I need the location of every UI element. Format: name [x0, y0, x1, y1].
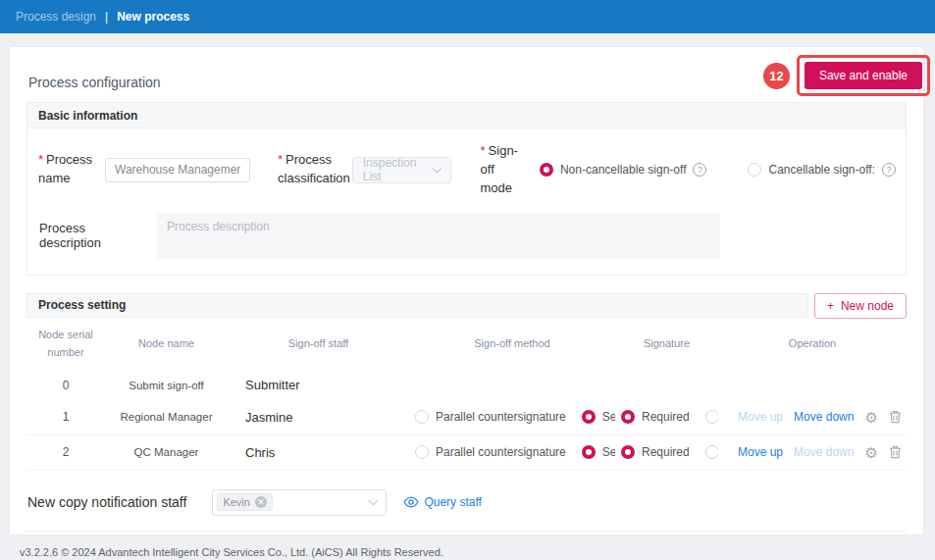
- move-down-link: Move down: [794, 445, 854, 459]
- top-nav-bar: Process design | New process: [0, 0, 935, 33]
- process-configuration-card: Process configuration 12 Save and enable…: [10, 47, 923, 535]
- process-classification-select[interactable]: Inspection List: [352, 157, 451, 183]
- col-header-signature: Signature: [615, 334, 718, 353]
- cell-node-name: Regional Manager: [105, 411, 228, 423]
- cell-staff: Jasmine: [228, 410, 409, 425]
- col-header-staff: Sign-off staff: [228, 334, 409, 353]
- radio-signature-required[interactable]: Required: [621, 410, 690, 424]
- cell-serial: 2: [26, 445, 105, 459]
- breadcrumb-parent[interactable]: Process design: [16, 10, 96, 24]
- copy-staff-select[interactable]: Kevin ✕: [212, 489, 387, 516]
- table-row: 1 Regional Manager Jasmine Parallel coun…: [26, 400, 907, 435]
- breadcrumb-current: New process: [117, 10, 189, 24]
- annotation-overlay: 12 Save and enable: [763, 55, 930, 96]
- sign-off-mode-label: *Sign-off mode: [481, 142, 518, 198]
- required-mark: *: [38, 152, 43, 167]
- query-staff-link[interactable]: Query staff: [403, 495, 481, 509]
- radio-signature-required[interactable]: Required: [621, 445, 690, 459]
- cell-operation: Move up Move down ⚙: [718, 410, 907, 425]
- radio-selected-icon: [621, 445, 635, 459]
- move-down-link[interactable]: Move down: [794, 410, 854, 424]
- staff-tag-name: Kevin: [223, 496, 250, 508]
- col-header-node-name: Node name: [105, 334, 228, 353]
- radio-label: Cancellable sign-off:: [768, 163, 875, 177]
- cell-serial: 1: [26, 410, 105, 424]
- radio-serial-countersignature[interactable]: Serial counte: [582, 445, 615, 459]
- footer-copyright: v3.2.2.6 © 2024 Advantech Intelligent Ci…: [20, 546, 443, 558]
- gear-icon[interactable]: ⚙: [864, 445, 877, 460]
- save-and-enable-button[interactable]: Save and enable: [805, 62, 922, 89]
- chevron-down-icon: [369, 495, 379, 505]
- radio-cancellable-sign-off[interactable]: Cancellable sign-off: ?: [748, 163, 896, 177]
- breadcrumb-separator: |: [105, 10, 108, 24]
- cell-sign-off-method: Parallel countersignature Serial counte: [409, 445, 615, 459]
- tag-close-icon[interactable]: ✕: [255, 496, 267, 508]
- cell-staff: Submitter: [228, 378, 409, 392]
- required-mark: *: [481, 143, 486, 158]
- radio-unselected-icon: [415, 445, 429, 459]
- table-header-row: Node serial number Node name Sign-off st…: [26, 319, 907, 371]
- radio-selected-icon: [582, 410, 596, 424]
- process-classification-value: Inspection List: [363, 156, 434, 183]
- cell-serial: 0: [26, 379, 105, 392]
- move-up-link[interactable]: Move up: [738, 445, 783, 459]
- process-description-textarea[interactable]: Process description: [157, 213, 720, 259]
- radio-selected-icon: [582, 445, 596, 459]
- trash-icon[interactable]: [889, 410, 902, 424]
- gear-icon[interactable]: ⚙: [864, 410, 877, 425]
- copy-staff-label: New copy notification staff: [27, 494, 186, 510]
- radio-unselected-icon: [748, 163, 761, 177]
- process-classification-label: *Process classification: [278, 151, 350, 188]
- cell-node-name: QC Manager: [105, 446, 228, 458]
- move-up-link: Move up: [738, 410, 783, 424]
- radio-non-cancellable-sign-off[interactable]: Non-cancellable sign-off ?: [540, 163, 707, 177]
- radio-signature-not-required[interactable]: Not req: [705, 445, 718, 459]
- col-header-serial: Node serial number: [35, 326, 96, 362]
- trash-icon[interactable]: [889, 445, 902, 459]
- new-node-button[interactable]: + New node: [814, 293, 907, 319]
- basic-information-section: Basic information *Process name *Process…: [26, 102, 907, 276]
- process-setting-title: Process setting: [26, 293, 808, 318]
- table-row: 2 QC Manager Chris Parallel countersigna…: [26, 435, 907, 471]
- radio-unselected-icon: [705, 445, 718, 459]
- sign-off-mode-radio-group: Non-cancellable sign-off ? Cancellable s…: [540, 163, 896, 177]
- col-header-method: Sign-off method: [409, 334, 615, 353]
- radio-unselected-icon: [705, 410, 718, 424]
- process-name-input[interactable]: [105, 158, 250, 182]
- radio-unselected-icon: [415, 410, 429, 424]
- radio-parallel-countersignature[interactable]: Parallel countersignature: [415, 445, 566, 459]
- required-mark: *: [278, 152, 283, 167]
- radio-selected-icon: [621, 410, 635, 424]
- process-setting-section: Process setting + New node Node serial n…: [26, 293, 907, 471]
- annotation-highlight-box: Save and enable: [797, 55, 930, 96]
- process-name-label: *Process name: [38, 151, 92, 188]
- page-title: Process configuration: [28, 75, 161, 90]
- cell-staff: Chris: [228, 445, 409, 460]
- cell-operation: Move up Move down ⚙: [718, 445, 907, 460]
- copy-notification-row: New copy notification staff Kevin ✕ Quer…: [26, 477, 907, 532]
- help-icon[interactable]: ?: [693, 163, 706, 177]
- staff-tag: Kevin ✕: [217, 493, 273, 511]
- basic-information-title: Basic information: [27, 103, 906, 128]
- cell-signature: Required Not req: [615, 410, 718, 424]
- eye-icon: [403, 496, 419, 508]
- table-row: 0 Submit sign-off Submitter: [26, 371, 907, 400]
- col-header-operation: Operation: [718, 334, 907, 353]
- radio-signature-not-required[interactable]: Not req: [705, 410, 718, 424]
- plus-icon: +: [827, 299, 834, 313]
- cell-sign-off-method: Parallel countersignature Serial counte: [409, 410, 615, 424]
- radio-parallel-countersignature[interactable]: Parallel countersignature: [415, 410, 566, 424]
- radio-label: Non-cancellable sign-off: [560, 163, 687, 177]
- process-description-label: Process description: [38, 221, 146, 250]
- cell-node-name: Submit sign-off: [105, 380, 228, 391]
- annotation-step-badge: 12: [763, 63, 790, 89]
- radio-serial-countersignature[interactable]: Serial counte: [582, 410, 615, 424]
- radio-selected-icon: [540, 163, 553, 177]
- help-icon[interactable]: ?: [882, 163, 896, 177]
- cell-signature: Required Not req: [615, 445, 718, 459]
- card-header: Process configuration 12 Save and enable: [10, 47, 923, 102]
